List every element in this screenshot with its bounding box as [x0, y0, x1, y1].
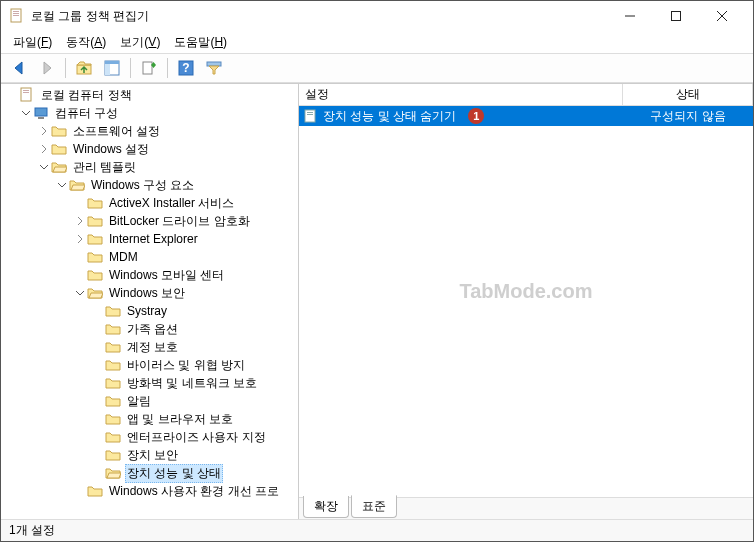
folder-icon: [87, 267, 103, 283]
svg-rect-22: [307, 112, 313, 113]
folder-icon: [87, 213, 103, 229]
menu-help[interactable]: 도움말(H): [168, 32, 233, 53]
list-header: 설정 상태: [299, 84, 753, 106]
row-state-text: 구성되지 않음: [623, 108, 753, 125]
tree-admin-templates[interactable]: 관리 템플릿: [1, 158, 298, 176]
list-area[interactable]: 설정 상태 장치 성능 및 상태 숨기기1 구성되지 않음 TabMode.co…: [299, 84, 753, 497]
tree-systray[interactable]: Systray: [1, 302, 298, 320]
folder-icon: [105, 303, 121, 319]
chevron-right-icon[interactable]: [37, 142, 51, 156]
titlebar: 로컬 그룹 정책 편집기: [1, 1, 753, 31]
tree-activex[interactable]: ActiveX Installer 서비스: [1, 194, 298, 212]
close-button[interactable]: [699, 1, 745, 31]
folder-icon: [105, 375, 121, 391]
policy-item-icon: [303, 108, 319, 124]
watermark: TabMode.com: [460, 279, 593, 302]
statusbar: 1개 설정: [1, 519, 753, 541]
chevron-down-icon[interactable]: [19, 106, 33, 120]
tree-windows-settings[interactable]: Windows 설정: [1, 140, 298, 158]
folder-icon: [87, 195, 103, 211]
tree-computer-config[interactable]: 컴퓨터 구성: [1, 104, 298, 122]
svg-text:?: ?: [182, 61, 189, 75]
tree-notify[interactable]: 알림: [1, 392, 298, 410]
window-title: 로컬 그룹 정책 편집기: [31, 8, 607, 25]
svg-rect-18: [23, 92, 29, 93]
annotation-badge: 1: [468, 108, 484, 124]
menu-action[interactable]: 동작(A): [60, 32, 112, 53]
svg-rect-16: [21, 88, 31, 101]
tab-extended[interactable]: 확장: [303, 496, 349, 518]
folder-icon: [105, 411, 121, 427]
minimize-button[interactable]: [607, 1, 653, 31]
folder-icon: [51, 141, 67, 157]
tree-app-browser[interactable]: 앱 및 브라우저 보호: [1, 410, 298, 428]
tree-family[interactable]: 가족 옵션: [1, 320, 298, 338]
tree-windows-security[interactable]: Windows 보안: [1, 284, 298, 302]
svg-rect-20: [38, 117, 44, 119]
tree-device-security[interactable]: 장치 보안: [1, 446, 298, 464]
folder-icon: [105, 339, 121, 355]
list-row[interactable]: 장치 성능 및 상태 숨기기1 구성되지 않음: [299, 106, 753, 126]
chevron-right-icon[interactable]: [73, 232, 87, 246]
app-icon: [9, 8, 25, 24]
svg-rect-10: [105, 61, 119, 64]
tree-enterprise[interactable]: 엔터프라이즈 사용자 지정: [1, 428, 298, 446]
svg-rect-19: [35, 108, 47, 116]
folder-icon: [105, 321, 121, 337]
status-text: 1개 설정: [9, 522, 55, 539]
back-button[interactable]: [7, 56, 31, 80]
svg-rect-5: [672, 12, 681, 21]
menu-view[interactable]: 보기(V): [114, 32, 166, 53]
toolbar: ?: [1, 53, 753, 83]
export-button[interactable]: [137, 56, 161, 80]
show-hide-tree-button[interactable]: [100, 56, 124, 80]
svg-rect-17: [23, 90, 29, 91]
folder-open-icon: [105, 465, 121, 481]
menubar: 파일(F) 동작(A) 보기(V) 도움말(H): [1, 31, 753, 53]
tree-software-settings[interactable]: 소프트웨어 설정: [1, 122, 298, 140]
folder-icon: [87, 483, 103, 499]
tree-bitlocker[interactable]: BitLocker 드라이브 암호화: [1, 212, 298, 230]
svg-rect-1: [13, 11, 19, 12]
maximize-button[interactable]: [653, 1, 699, 31]
tree-account[interactable]: 계정 보호: [1, 338, 298, 356]
tree-experience[interactable]: Windows 사용자 환경 개선 프로: [1, 482, 298, 500]
chevron-down-icon[interactable]: [37, 160, 51, 174]
chevron-right-icon[interactable]: [73, 214, 87, 228]
tree-pane[interactable]: 로컬 컴퓨터 정책 컴퓨터 구성 소프트웨어 설정 Windows 설정 관리: [1, 84, 299, 519]
tree-mdm[interactable]: MDM: [1, 248, 298, 266]
tree-firewall[interactable]: 방화벽 및 네트워크 보호: [1, 374, 298, 392]
chevron-down-icon[interactable]: [73, 286, 87, 300]
filter-button[interactable]: [202, 56, 226, 80]
tree-windows-components[interactable]: Windows 구성 요소: [1, 176, 298, 194]
forward-button[interactable]: [35, 56, 59, 80]
svg-rect-3: [13, 15, 19, 16]
tree-device-performance[interactable]: 장치 성능 및 상태: [1, 464, 298, 482]
folder-open-icon: [69, 177, 85, 193]
folder-icon: [105, 357, 121, 373]
column-header-setting[interactable]: 설정: [299, 84, 623, 105]
tree-virus[interactable]: 바이러스 및 위협 방지: [1, 356, 298, 374]
up-button[interactable]: [72, 56, 96, 80]
folder-icon: [105, 429, 121, 445]
folder-icon: [105, 447, 121, 463]
help-button[interactable]: ?: [174, 56, 198, 80]
folder-icon: [105, 393, 121, 409]
detail-pane: 설정 상태 장치 성능 및 상태 숨기기1 구성되지 않음 TabMode.co…: [299, 84, 753, 519]
svg-rect-2: [13, 13, 19, 14]
svg-rect-21: [305, 110, 315, 122]
chevron-right-icon[interactable]: [37, 124, 51, 138]
chevron-down-icon[interactable]: [55, 178, 69, 192]
svg-rect-11: [105, 64, 110, 75]
menu-file[interactable]: 파일(F): [7, 32, 58, 53]
folder-icon: [87, 231, 103, 247]
folder-icon: [87, 249, 103, 265]
tree-ie[interactable]: Internet Explorer: [1, 230, 298, 248]
tree-mobility[interactable]: Windows 모바일 센터: [1, 266, 298, 284]
tab-standard[interactable]: 표준: [351, 495, 397, 518]
column-header-state[interactable]: 상태: [623, 84, 753, 105]
svg-rect-15: [207, 62, 221, 66]
folder-icon: [51, 123, 67, 139]
policy-icon: [19, 87, 35, 103]
tree-root[interactable]: 로컬 컴퓨터 정책: [1, 86, 298, 104]
